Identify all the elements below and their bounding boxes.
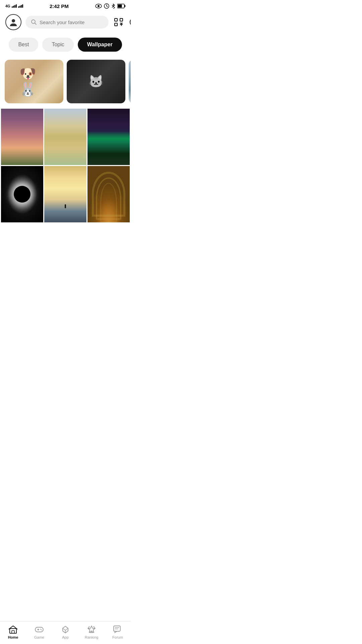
svg-line-5 (112, 6, 113, 8)
card-puppies[interactable] (5, 60, 63, 103)
wallpaper-lake-sunset[interactable] (44, 166, 86, 222)
search-icon (31, 19, 37, 25)
signal-bars-2 (18, 4, 23, 8)
tab-best[interactable]: Best (9, 38, 38, 52)
svg-rect-15 (115, 23, 117, 26)
app-header: 13 (0, 11, 131, 34)
svg-line-12 (35, 23, 37, 25)
tab-wallpaper[interactable]: Wallpaper (78, 38, 122, 52)
eye-icon (95, 4, 102, 8)
tab-topic[interactable]: Topic (42, 38, 73, 52)
wallpaper-solar-eclipse[interactable] (1, 166, 43, 222)
scan-button[interactable] (113, 16, 125, 28)
signal-info: 4G (5, 4, 23, 8)
clock-icon (104, 3, 109, 9)
svg-point-19 (130, 18, 131, 26)
notification-button[interactable]: 13 (128, 16, 131, 28)
status-bar: 4G 2:42 PM (0, 0, 131, 11)
card-cat-glasses[interactable] (67, 60, 125, 103)
card-mountain-snow[interactable] (129, 60, 131, 103)
horizontal-scroll[interactable] (0, 57, 131, 109)
wallpaper-tree-lavender[interactable] (44, 109, 86, 165)
svg-rect-8 (124, 5, 125, 7)
signal-bars (12, 4, 17, 8)
header-actions: 13 (113, 16, 131, 28)
bluetooth-icon (111, 3, 115, 9)
svg-rect-9 (118, 5, 122, 8)
category-tabs: Best Topic Wallpaper (0, 34, 131, 57)
svg-point-10 (12, 19, 15, 22)
svg-rect-13 (115, 18, 117, 21)
wallpaper-golden-arch[interactable] (87, 166, 130, 222)
status-icons (95, 3, 125, 9)
search-input[interactable] (40, 19, 103, 25)
content-area (0, 57, 131, 247)
battery-icon (117, 4, 125, 8)
network-type: 4G (5, 4, 10, 8)
search-bar[interactable] (25, 16, 109, 29)
profile-icon (9, 17, 18, 27)
notification-icon (129, 17, 131, 27)
wallpaper-mountain-fog[interactable] (1, 109, 43, 165)
wallpaper-northern-lights[interactable] (87, 109, 130, 165)
avatar[interactable] (5, 14, 21, 30)
svg-rect-14 (120, 18, 123, 21)
svg-line-4 (107, 6, 108, 7)
wallpaper-grid (0, 109, 131, 222)
svg-point-1 (98, 5, 100, 7)
clock: 2:42 PM (50, 3, 69, 9)
scan-icon (114, 18, 123, 26)
